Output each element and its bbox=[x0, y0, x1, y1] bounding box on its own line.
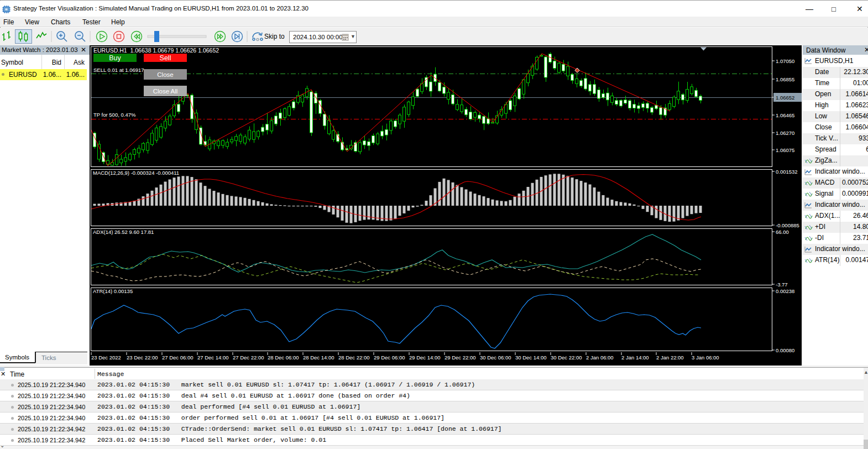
svg-text:30 Dec 06:00: 30 Dec 06:00 bbox=[480, 354, 511, 361]
svg-text:3 Jan 06:00: 3 Jan 06:00 bbox=[692, 354, 719, 361]
svg-text:30 Dec 14:00: 30 Dec 14:00 bbox=[515, 354, 547, 361]
svg-text:0.00238: 0.00238 bbox=[776, 288, 794, 294]
svg-text:66.00: 66.00 bbox=[776, 229, 789, 235]
svg-text:1.06855: 1.06855 bbox=[776, 76, 794, 82]
svg-text:23 Dec 22:00: 23 Dec 22:00 bbox=[127, 354, 158, 361]
svg-text:SELL 0.01 at 1.06917: SELL 0.01 at 1.06917 bbox=[93, 67, 144, 73]
svg-text:1.07050: 1.07050 bbox=[776, 58, 794, 64]
svg-text:Buy: Buy bbox=[109, 54, 121, 62]
svg-text:2 Jan 22:00: 2 Jan 22:00 bbox=[656, 354, 684, 361]
svg-text:29 Dec 14:00: 29 Dec 14:00 bbox=[409, 354, 441, 361]
svg-text:28 Dec 14:00: 28 Dec 14:00 bbox=[303, 354, 334, 361]
svg-text:27 Dec 22:00: 27 Dec 22:00 bbox=[233, 354, 264, 361]
svg-text:MACD(12,26,9) -0.000324 -0.000: MACD(12,26,9) -0.000324 -0.000411 bbox=[93, 170, 179, 176]
svg-text:0.00080: 0.00080 bbox=[776, 347, 794, 353]
svg-text:29 Dec 06:00: 29 Dec 06:00 bbox=[374, 354, 405, 361]
svg-text:23 Dec 2022: 23 Dec 2022 bbox=[91, 354, 121, 361]
svg-text:-3.77: -3.77 bbox=[776, 281, 788, 288]
svg-text:ATR(14) 0.00135: ATR(14) 0.00135 bbox=[93, 288, 133, 294]
svg-text:28 Dec 22:00: 28 Dec 22:00 bbox=[338, 354, 370, 361]
svg-text:TP for 500, 0.47%: TP for 500, 0.47% bbox=[93, 112, 136, 118]
svg-text:1.06075: 1.06075 bbox=[776, 147, 794, 153]
svg-text:2 Jan 14:00: 2 Jan 14:00 bbox=[621, 354, 649, 361]
svg-text:1.06465: 1.06465 bbox=[776, 112, 794, 118]
svg-text:2 Jan 06:00: 2 Jan 06:00 bbox=[586, 354, 614, 361]
svg-text:27 Dec 14:00: 27 Dec 14:00 bbox=[197, 354, 229, 361]
svg-text:1.06652: 1.06652 bbox=[776, 95, 794, 101]
svg-text:ADX(14) 26.52 9.60 17.81: ADX(14) 26.52 9.60 17.81 bbox=[93, 229, 154, 235]
svg-text:30 Dec 22:00: 30 Dec 22:00 bbox=[551, 354, 582, 361]
svg-text:27 Dec 06:00: 27 Dec 06:00 bbox=[162, 354, 194, 361]
svg-text:28 Dec 06:00: 28 Dec 06:00 bbox=[268, 354, 299, 361]
svg-text:Close: Close bbox=[157, 71, 173, 78]
svg-text:Sell: Sell bbox=[160, 54, 171, 62]
svg-text:1.06270: 1.06270 bbox=[776, 130, 794, 136]
svg-text:0.001532: 0.001532 bbox=[776, 169, 798, 175]
svg-text:EURUSD.H1 1.06638 1.06679 1.0: EURUSD.H1 1.06638 1.06679 1.06626 1.0665… bbox=[93, 47, 219, 54]
svg-text:29 Dec 22:00: 29 Dec 22:00 bbox=[445, 354, 476, 361]
svg-text:Close All: Close All bbox=[153, 88, 178, 95]
svg-text:-0.000885: -0.000885 bbox=[776, 222, 799, 228]
